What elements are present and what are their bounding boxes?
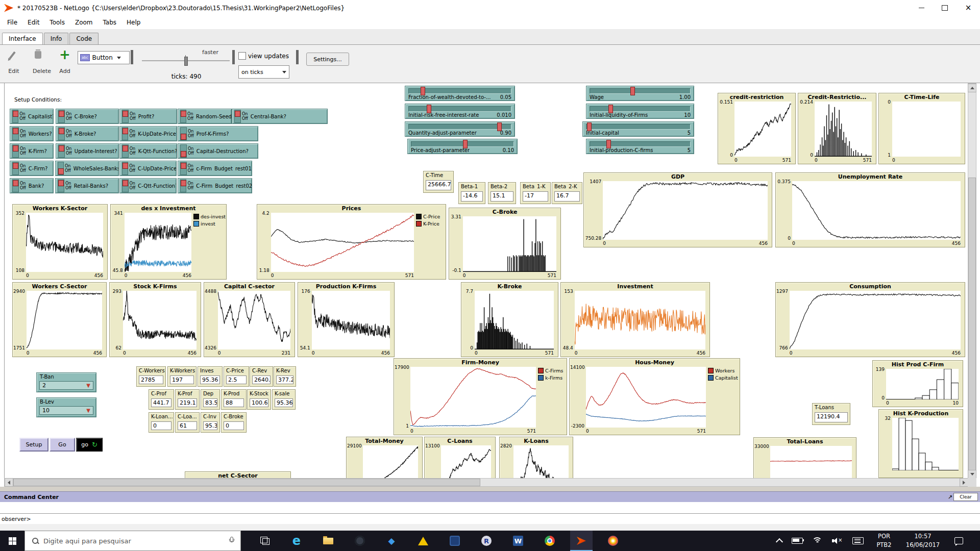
switch-c-update-price[interactable]: OnOffC-UpDate-Price?: [119, 161, 177, 176]
switch-c-broke[interactable]: OnOffC-Broke?: [56, 109, 119, 124]
switch-prof-k-firms[interactable]: OnOffProf-K-Firms?: [178, 126, 258, 141]
slider-handle[interactable]: [608, 105, 613, 113]
switch-random-seed[interactable]: OnOffRandom-Seed?: [178, 109, 232, 124]
taskbar-app-r-app[interactable]: R: [475, 531, 498, 551]
switch-central-bank[interactable]: OnOffCentral-Bank?: [232, 109, 328, 124]
slider-initial-capital[interactable]: Initial-capital5: [582, 121, 694, 137]
switch-update-interest[interactable]: OnOffUpdate-Interest?: [56, 143, 119, 159]
scroll-left-button[interactable]: [5, 478, 13, 487]
delete-trash-icon[interactable]: [35, 51, 41, 59]
battery-button[interactable]: [788, 531, 806, 551]
minimize-button[interactable]: [910, 0, 933, 16]
switch-capitalist[interactable]: OnOffCapitalist?: [10, 109, 54, 124]
vertical-scrollbar[interactable]: [968, 83, 976, 478]
action-center-button[interactable]: [948, 531, 969, 551]
taskbar-app-dropbox[interactable]: ◆: [380, 531, 403, 551]
settings-button[interactable]: Settings...: [306, 53, 349, 66]
taskbar-app-photos[interactable]: [602, 531, 624, 551]
tab-info[interactable]: Info: [44, 33, 69, 44]
switch-wholesales-banks[interactable]: OnOffWholeSales-Banks?: [55, 161, 119, 176]
switch-capital-destruction[interactable]: OnOffCapital-Destruction?: [178, 143, 258, 159]
switch-c-firm-budget-rest02[interactable]: OnOffC-Firm_Budget_rest02?: [178, 178, 252, 193]
menu-edit[interactable]: Edit: [22, 17, 44, 28]
slider-handle[interactable]: [497, 122, 502, 131]
menu-zoom[interactable]: Zoom: [70, 17, 98, 28]
button-go[interactable]: go↻: [76, 438, 103, 452]
taskbar-app-chrome[interactable]: [538, 531, 561, 551]
button-setup[interactable]: Setup: [19, 438, 48, 452]
add-button[interactable]: Add: [53, 68, 77, 74]
clear-button[interactable]: Clear: [953, 493, 978, 501]
slider-price-adjust-parameter[interactable]: Price-adjust-parameter0.10: [407, 139, 518, 154]
taskbar-app-app-navy[interactable]: [444, 531, 466, 551]
add-plus-icon[interactable]: +: [59, 48, 70, 61]
switch-k-broke[interactable]: OnOffK-Broke?: [56, 126, 119, 141]
slider-quantity-adjust-parameter[interactable]: Quantity-adjust-parameter0.90: [405, 121, 515, 137]
switch-bank[interactable]: OnOffBank?: [10, 178, 54, 193]
close-button[interactable]: ×: [957, 0, 980, 16]
taskbar-app-edge[interactable]: e: [285, 531, 308, 551]
switch-c-firm-budget-rest01[interactable]: OnOffc-Firm_Budget_rest01?: [178, 161, 252, 176]
expand-icon[interactable]: ↗: [948, 494, 952, 500]
tab-code[interactable]: Code: [69, 33, 99, 44]
switch-k-qtt-function[interactable]: OnOffK-Qtt-Function?: [119, 143, 177, 159]
slider-handle[interactable]: [427, 105, 431, 113]
vertical-scroll-thumb[interactable]: [968, 178, 976, 471]
command-input[interactable]: [31, 514, 980, 523]
button-go[interactable]: Go: [50, 438, 75, 452]
tab-interface[interactable]: Interface: [2, 33, 43, 44]
slider-initial-production-c-firms[interactable]: Initial-production-C-firms5: [586, 139, 694, 154]
widget-type-dropdown[interactable]: abc Button: [78, 51, 130, 64]
menu-help[interactable]: Help: [121, 17, 145, 28]
wifi-button[interactable]: [808, 531, 826, 551]
horizontal-scrollbar[interactable]: [4, 478, 968, 487]
scroll-right-button[interactable]: [960, 478, 968, 487]
delete-button[interactable]: Delete: [27, 68, 57, 74]
slider-initial-risk-free-interest-rate[interactable]: Initial-risk-free-interest-rate0.010: [405, 104, 515, 119]
menu-tools[interactable]: Tools: [44, 17, 70, 28]
switch-k-firm[interactable]: OnOffK-Firm?: [10, 143, 54, 159]
touch-keyboard-button[interactable]: [848, 531, 868, 551]
maximize-button[interactable]: [933, 0, 957, 16]
chooser-value-box[interactable]: 2▼: [39, 381, 93, 390]
slider-handle[interactable]: [463, 140, 468, 148]
microphone-icon[interactable]: [229, 537, 234, 545]
menu-tabs[interactable]: Tabs: [98, 17, 122, 28]
slider-handle[interactable]: [606, 140, 611, 148]
clock[interactable]: 10:5716/06/2017: [899, 531, 946, 551]
chooser-value-box[interactable]: 10▼: [39, 406, 93, 415]
horizontal-scroll-thumb[interactable]: [13, 479, 480, 486]
language-indicator[interactable]: PORPTB2: [870, 531, 898, 551]
taskbar-app-word[interactable]: W: [507, 531, 529, 551]
chooser-t-ban[interactable]: T-Ban2▼: [36, 372, 96, 392]
slider-wage[interactable]: Wage1.00: [586, 86, 694, 101]
view-updates-checkbox[interactable]: [238, 52, 246, 60]
update-mode-dropdown[interactable]: on ticks: [238, 65, 289, 79]
switch-k-update-price[interactable]: OnOffK-UpDate-Price?: [119, 126, 177, 141]
chooser-b-lev[interactable]: B-Lev10▼: [36, 397, 96, 417]
taskbar-search-input[interactable]: Digite aqui para pesquisar: [24, 531, 241, 551]
slider-fraction-of-wealth-devoted-to[interactable]: Fraction-of-wealth-devoted-to-...0.05: [405, 86, 515, 101]
slider-initial-liquidity-of-firms[interactable]: Initial-liquidity-of-Firms10: [586, 104, 694, 119]
switch-workers[interactable]: OnOffWorkers?: [10, 126, 54, 141]
slider-handle[interactable]: [630, 87, 635, 95]
taskbar-app-netlogo[interactable]: [570, 531, 593, 551]
slider-handle[interactable]: [587, 122, 592, 131]
switch-profit[interactable]: OnOffProfit?: [119, 109, 177, 124]
taskbar-app-security-app[interactable]: [412, 531, 434, 551]
edit-button[interactable]: Edit: [4, 68, 23, 74]
taskbar-app-task-view[interactable]: [254, 531, 276, 551]
tray-chevron-button[interactable]: [772, 531, 787, 551]
menu-file[interactable]: File: [2, 17, 22, 28]
scroll-up-button[interactable]: [968, 84, 976, 92]
taskbar-app-app-dark[interactable]: [349, 531, 371, 551]
taskbar-app-file-explorer[interactable]: [317, 531, 339, 551]
scroll-down-button[interactable]: [968, 470, 976, 479]
speed-slider-thumb[interactable]: [184, 57, 188, 66]
volume-button[interactable]: ×: [828, 531, 846, 551]
switch-retail-banks[interactable]: OnOffRetail-Banks?: [55, 178, 119, 193]
edit-pencil-icon[interactable]: [9, 52, 16, 60]
switch-c-qtt-function[interactable]: OnOffC-Qtt-Function?: [119, 178, 177, 193]
slider-handle[interactable]: [421, 87, 425, 95]
start-button[interactable]: [0, 531, 24, 551]
